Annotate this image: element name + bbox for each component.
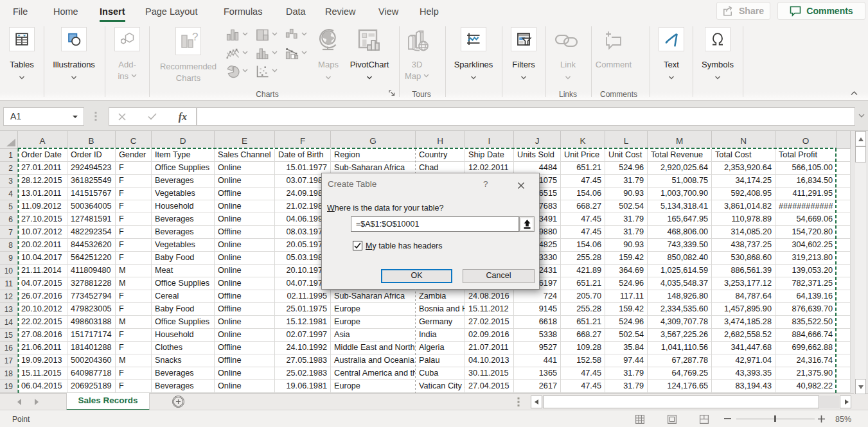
cell-M14[interactable]: 4,309,707.78	[648, 316, 712, 329]
cell-L4[interactable]: 90.93	[605, 187, 648, 200]
cell-M10[interactable]: 1,025,614.59	[648, 265, 712, 277]
cell-K2[interactable]: 651.21	[561, 162, 605, 175]
cell-F17[interactable]: 27.05.1983	[275, 354, 331, 367]
cell-D13[interactable]: Baby Food	[152, 303, 215, 316]
cell-B12[interactable]: 773452794	[67, 290, 116, 303]
cell-J13[interactable]: 9145	[514, 303, 561, 316]
cell-K6[interactable]: 47.45	[561, 213, 605, 226]
cell-A10[interactable]: 21.11.2014	[18, 265, 67, 277]
cell-C16[interactable]: F	[116, 342, 152, 354]
cell-D18[interactable]: Beverages	[152, 367, 215, 380]
cell-C9[interactable]: F	[116, 252, 152, 265]
normal-view-icon[interactable]	[635, 415, 644, 424]
cell-L18[interactable]: 31.79	[605, 367, 648, 380]
comment-button[interactable]: Comment	[589, 27, 638, 53]
cell-O18[interactable]: 21,375.90	[775, 367, 837, 380]
horizontal-scroll-thumb[interactable]	[543, 396, 819, 408]
chevron-down-icon[interactable]	[242, 69, 248, 73]
pivotchart-button[interactable]: PivotChart	[342, 27, 396, 53]
row-header-1[interactable]: 1	[0, 149, 18, 162]
3d-map-button[interactable]: 3D Map	[399, 27, 435, 53]
cell-B7[interactable]: 482292354	[67, 226, 116, 239]
cell-C12[interactable]: F	[116, 290, 152, 303]
cell-L12[interactable]: 117.11	[605, 290, 648, 303]
cell-J1[interactable]: Units Sold	[514, 149, 561, 162]
cell-H12[interactable]: Zambia	[416, 290, 465, 303]
chevron-down-icon[interactable]	[301, 51, 307, 55]
zoom-slider-handle[interactable]	[774, 415, 776, 422]
hierarchy-chart-icon[interactable]	[256, 28, 269, 42]
cell-G16[interactable]: Middle East and North Africa	[331, 342, 416, 354]
scroll-up-button[interactable]	[855, 131, 866, 146]
cell-D17[interactable]: Snacks	[152, 354, 215, 367]
cell-N4[interactable]: 592,408.95	[712, 187, 775, 200]
cell-M3[interactable]: 51,008.75	[648, 175, 712, 187]
column-header-G[interactable]: G	[331, 131, 416, 149]
cell-B19[interactable]: 206925189	[67, 380, 116, 393]
cell-C5[interactable]: F	[116, 200, 152, 213]
cell-L1[interactable]: Unit Cost	[605, 149, 648, 162]
share-button[interactable]: Share	[716, 2, 770, 20]
cell-G1[interactable]: Region	[331, 149, 416, 162]
scroll-right-button[interactable]	[840, 396, 851, 408]
cell-K12[interactable]: 205.70	[561, 290, 605, 303]
cell-O14[interactable]: 835,522.50	[775, 316, 837, 329]
cell-M8[interactable]: 743,339.50	[648, 239, 712, 252]
cell-I17[interactable]: 04.10.2013	[465, 354, 514, 367]
cell-G17[interactable]: Australia and Oceania	[331, 354, 416, 367]
cell-O8[interactable]: 304,602.25	[775, 239, 837, 252]
pie-chart-icon[interactable]	[226, 65, 240, 78]
cell-D15[interactable]: Household	[152, 329, 215, 342]
row-header-10[interactable]: 10	[0, 265, 18, 277]
column-header-J[interactable]: J	[514, 131, 561, 149]
cell-O5[interactable]: ############	[775, 200, 837, 213]
cell-A6[interactable]: 27.10.2015	[18, 213, 67, 226]
cell-M13[interactable]: 2,334,535.60	[648, 303, 712, 316]
vertical-scrollbar[interactable]	[854, 131, 866, 395]
cell-O4[interactable]: 411,291.95	[775, 187, 837, 200]
cell-K13[interactable]: 255.28	[561, 303, 605, 316]
cell-N7[interactable]: 314,085.20	[712, 226, 775, 239]
link-button[interactable]: Link	[552, 27, 584, 53]
cell-N2[interactable]: 2,353,920.64	[712, 162, 775, 175]
cell-C19[interactable]: F	[116, 380, 152, 393]
cell-A4[interactable]: 13.01.2011	[18, 187, 67, 200]
column-header-M[interactable]: M	[648, 131, 712, 149]
cell-H1[interactable]: Country	[416, 149, 465, 162]
cell-E10[interactable]: Online	[215, 265, 275, 277]
cell-D2[interactable]: Office Supplies	[152, 162, 215, 175]
cell-K15[interactable]: 668.27	[561, 329, 605, 342]
cell-F13[interactable]: 25.01.1975	[275, 303, 331, 316]
cell-D9[interactable]: Baby Food	[152, 252, 215, 265]
cell-J14[interactable]: 6618	[514, 316, 561, 329]
row-header-13[interactable]: 13	[0, 303, 18, 316]
row-header-18[interactable]: 18	[0, 367, 18, 380]
line-chart-icon[interactable]	[226, 47, 240, 60]
cell-G13[interactable]: Europe	[331, 303, 416, 316]
cell-M19[interactable]: 124,176.65	[648, 380, 712, 393]
cell-K5[interactable]: 668.27	[561, 200, 605, 213]
cell-I15[interactable]: 02.09.2016	[465, 329, 514, 342]
cell-A1[interactable]: Order Date	[18, 149, 67, 162]
text-button[interactable]: Text	[652, 27, 691, 51]
column-header-K[interactable]: K	[561, 131, 605, 149]
cell-O13[interactable]: 876,639.70	[775, 303, 837, 316]
cell-E11[interactable]: Online	[215, 277, 275, 290]
cell-F15[interactable]: 02.07.1997	[275, 329, 331, 342]
cell-L7[interactable]: 31.79	[605, 226, 648, 239]
cell-K17[interactable]: 152.58	[561, 354, 605, 367]
column-header-F[interactable]: F	[275, 131, 331, 149]
cell-N9[interactable]: 530,868.60	[712, 252, 775, 265]
cell-G15[interactable]: Asia	[331, 329, 416, 342]
cell-A7[interactable]: 10.07.2012	[18, 226, 67, 239]
row-header-2[interactable]: 2	[0, 162, 18, 175]
cell-J16[interactable]: 9527	[514, 342, 561, 354]
cell-H19[interactable]: Vatican City State	[416, 380, 465, 393]
cell-L9[interactable]: 159.42	[605, 252, 648, 265]
cell-B8[interactable]: 844532620	[67, 239, 116, 252]
my-table-has-headers-label[interactable]: My table has headers	[366, 241, 443, 250]
cell-D5[interactable]: Household	[152, 200, 215, 213]
add-ins-button[interactable]: Add- ins	[108, 27, 146, 51]
cell-O7[interactable]: 154,720.80	[775, 226, 837, 239]
row-header-16[interactable]: 16	[0, 342, 18, 354]
